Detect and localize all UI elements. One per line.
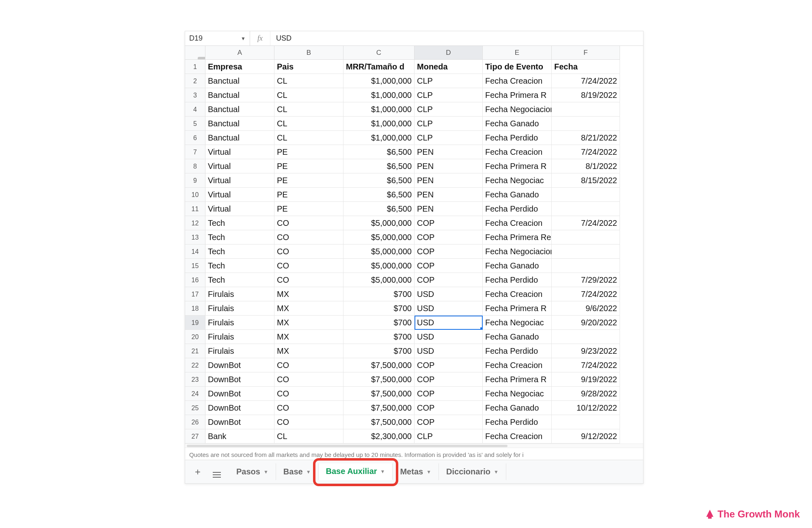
cell[interactable]: CLP xyxy=(415,131,483,145)
horizontal-scrollbar[interactable] xyxy=(185,444,643,448)
cell[interactable]: Fecha Creacion xyxy=(483,216,552,230)
cell[interactable]: Fecha Perdido xyxy=(483,273,552,287)
cell[interactable]: Firulais xyxy=(205,330,274,344)
cell[interactable]: PEN xyxy=(415,173,483,188)
cell[interactable]: PEN xyxy=(415,145,483,159)
cell[interactable]: $2,300,000 xyxy=(343,429,415,444)
cell[interactable]: $1,000,000 xyxy=(343,131,415,145)
cell[interactable]: CL xyxy=(274,74,343,88)
cell[interactable]: $700 xyxy=(343,316,415,330)
cell[interactable]: 8/21/2022 xyxy=(552,131,620,145)
cell[interactable]: CO xyxy=(274,372,343,387)
cell[interactable]: CLP xyxy=(415,102,483,117)
cell[interactable]: DownBot xyxy=(205,387,274,401)
cell[interactable]: PE xyxy=(274,159,343,173)
header-cell[interactable]: Moneda xyxy=(415,60,483,74)
cell[interactable]: USD xyxy=(415,330,483,344)
header-cell[interactable]: Tipo de Evento xyxy=(483,60,552,74)
row-header-2[interactable]: 2 xyxy=(185,74,205,88)
cell[interactable] xyxy=(552,117,620,131)
cell[interactable]: Fecha Ganado xyxy=(483,330,552,344)
row-header-6[interactable]: 6 xyxy=(185,131,205,145)
cell[interactable]: $6,500 xyxy=(343,188,415,202)
cell[interactable]: COP xyxy=(415,358,483,372)
column-header-D[interactable]: D xyxy=(415,46,483,60)
cell[interactable]: MX xyxy=(274,301,343,316)
cell[interactable]: CO xyxy=(274,216,343,230)
cell[interactable]: COP xyxy=(415,245,483,259)
cell[interactable]: Fecha Ganado xyxy=(483,188,552,202)
cell[interactable]: 9/28/2022 xyxy=(552,387,620,401)
cell[interactable]: COP xyxy=(415,273,483,287)
cell[interactable]: 9/6/2022 xyxy=(552,301,620,316)
cell[interactable]: 9/23/2022 xyxy=(552,344,620,358)
row-header-11[interactable]: 11 xyxy=(185,202,205,216)
cell[interactable]: COP xyxy=(415,401,483,415)
cell[interactable]: COP xyxy=(415,259,483,273)
row-header-1[interactable]: 1 xyxy=(185,60,205,74)
cell[interactable]: Firulais xyxy=(205,287,274,301)
cell[interactable]: 7/29/2022 xyxy=(552,273,620,287)
cell[interactable]: Fecha Creacion xyxy=(483,287,552,301)
cell[interactable]: MX xyxy=(274,330,343,344)
row-header-22[interactable]: 22 xyxy=(185,358,205,372)
cell[interactable]: PE xyxy=(274,173,343,188)
cell[interactable]: CLP xyxy=(415,88,483,102)
cell[interactable]: Fecha Primera R xyxy=(483,372,552,387)
header-cell[interactable]: Empresa xyxy=(205,60,274,74)
cell[interactable]: Tech xyxy=(205,230,274,245)
cell[interactable]: $6,500 xyxy=(343,159,415,173)
cell[interactable]: CL xyxy=(274,88,343,102)
cell[interactable]: Banctual xyxy=(205,88,274,102)
cell[interactable]: 7/24/2022 xyxy=(552,287,620,301)
row-header-7[interactable]: 7 xyxy=(185,145,205,159)
cell[interactable]: $6,500 xyxy=(343,202,415,216)
cell[interactable]: Virtual xyxy=(205,188,274,202)
row-header-23[interactable]: 23 xyxy=(185,372,205,387)
name-box[interactable]: D19 ▼ xyxy=(185,31,250,45)
row-header-16[interactable]: 16 xyxy=(185,273,205,287)
cell[interactable]: 9/19/2022 xyxy=(552,372,620,387)
cell[interactable]: CO xyxy=(274,415,343,429)
all-sheets-button[interactable] xyxy=(209,464,225,480)
row-header-13[interactable]: 13 xyxy=(185,230,205,245)
cell[interactable]: DownBot xyxy=(205,372,274,387)
cell[interactable]: PEN xyxy=(415,202,483,216)
cell[interactable]: $1,000,000 xyxy=(343,88,415,102)
header-cell[interactable]: MRR/Tamaño d xyxy=(343,60,415,74)
cell[interactable]: Fecha Negociac xyxy=(483,387,552,401)
row-header-4[interactable]: 4 xyxy=(185,102,205,117)
cell[interactable]: MX xyxy=(274,287,343,301)
row-header-5[interactable]: 5 xyxy=(185,117,205,131)
cell[interactable]: CL xyxy=(274,102,343,117)
cell[interactable]: Fecha Negociac xyxy=(483,316,552,330)
cell[interactable]: COP xyxy=(415,216,483,230)
cell[interactable]: CO xyxy=(274,401,343,415)
cell[interactable]: 8/19/2022 xyxy=(552,88,620,102)
cell[interactable]: $5,000,000 xyxy=(343,273,415,287)
cell[interactable]: USD xyxy=(415,301,483,316)
cell[interactable]: Fecha Perdido xyxy=(483,344,552,358)
row-header-15[interactable]: 15 xyxy=(185,259,205,273)
sheet-tab-diccionario[interactable]: Diccionario▼ xyxy=(439,463,506,480)
sheet-tab-base[interactable]: Base▼ xyxy=(276,463,319,480)
cell[interactable]: Banctual xyxy=(205,102,274,117)
cell[interactable]: Tech xyxy=(205,216,274,230)
column-header-F[interactable]: F xyxy=(552,46,620,60)
cell[interactable]: COP xyxy=(415,415,483,429)
cell[interactable]: 10/12/2022 xyxy=(552,401,620,415)
cell[interactable]: CL xyxy=(274,429,343,444)
cell[interactable]: $5,000,000 xyxy=(343,245,415,259)
cell[interactable]: $5,000,000 xyxy=(343,259,415,273)
cell[interactable] xyxy=(552,259,620,273)
cell[interactable]: 9/20/2022 xyxy=(552,316,620,330)
cell[interactable]: Fecha Perdido xyxy=(483,415,552,429)
cell[interactable]: CO xyxy=(274,245,343,259)
cell[interactable]: Fecha Perdido xyxy=(483,131,552,145)
cell[interactable]: Firulais xyxy=(205,344,274,358)
cell[interactable]: MX xyxy=(274,344,343,358)
column-header-E[interactable]: E xyxy=(483,46,552,60)
cell[interactable]: Tech xyxy=(205,245,274,259)
cell[interactable]: CO xyxy=(274,387,343,401)
cell[interactable]: Virtual xyxy=(205,159,274,173)
